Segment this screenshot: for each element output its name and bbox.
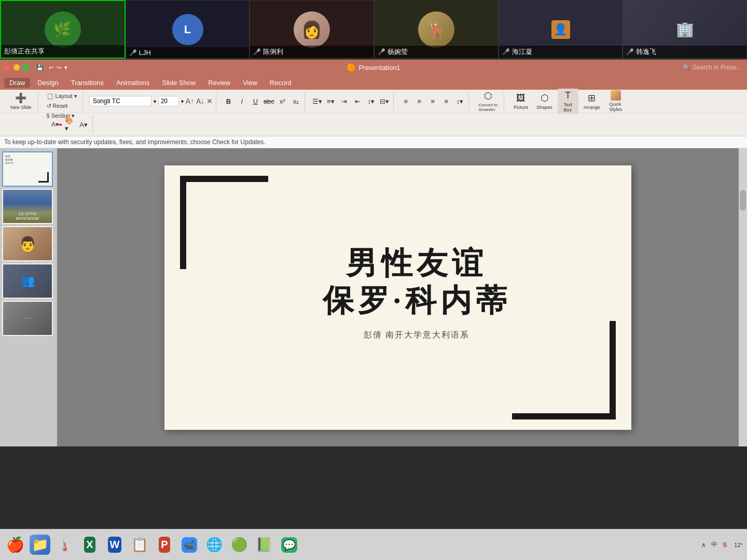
line-spacing-button[interactable]: ↕▾ [365,95,377,107]
new-slide-icon: ➕ [15,92,26,104]
subscript-button[interactable]: x₂ [290,95,301,107]
clear-format-icon[interactable]: ✕ [206,97,213,105]
menu-design[interactable]: Design [32,78,63,88]
bullet-list-button[interactable]: ☰▾ [311,95,323,107]
redo-icon[interactable]: ↪ [57,64,61,71]
scrollbar[interactable] [739,148,747,446]
minimize-dot[interactable] [13,64,20,71]
align-center-button[interactable]: ≡ [413,95,425,107]
tray-wps[interactable]: S [723,541,727,549]
shapes-icon: ⬡ [541,92,549,104]
mic-off-icon-3: 🎤 [253,48,261,55]
taskbar-icon-green2[interactable]: 📗 [253,534,275,556]
avatar-4: 🦌 [418,11,454,48]
doc-title: 🟠 Presentation1 [347,63,400,72]
title-bar: 💾 ↩ ↪ ▾ 🟠 Presentation1 🔍 Search in Pres… [0,60,747,75]
menu-slideshow[interactable]: Slide Show [157,78,201,88]
slide-title: 男性友谊 保罗·科内蒂 [323,245,511,319]
close-dot[interactable] [4,64,10,71]
justify-button[interactable]: ≡ [440,95,452,107]
video-tile-6[interactable]: 🏢 🎤 韩逸飞 [622,0,747,59]
align-right-button[interactable]: ≡ [427,95,438,107]
taskbar-icon-word[interactable]: W [104,534,126,556]
slide-thumb-1[interactable]: 友谊科内蒂南开大学 [2,151,53,187]
taskbar-icon-apple[interactable]: 🍎 [4,534,26,556]
menu-draw[interactable]: Draw [4,78,30,88]
textbox-button[interactable]: T TextBox [558,89,578,114]
taskbar-icon-excel[interactable]: X [79,534,101,556]
menu-transitions[interactable]: Transitions [66,78,109,88]
font-color-button[interactable]: A▾ [51,119,62,130]
font-size-input[interactable] [158,96,179,106]
font-grow-icon[interactable]: A↑ [186,97,194,105]
maximize-dot[interactable] [23,64,29,71]
taskbar-icon-finder[interactable]: 📁 [29,534,51,556]
video-tile-1[interactable]: 🌿 彭倩正在共享 [0,0,126,59]
layout-group: 📋 Layout ▾ ↺ Reset § Section ▾ [42,92,83,110]
quick-styles-button[interactable]: QuickStyles [605,89,626,114]
text-direction-button[interactable]: ↕▾ [454,95,465,107]
align-left-button[interactable]: ≡ [400,95,411,107]
strikethrough-button[interactable]: abc [263,95,274,107]
taskbar-icon-edge[interactable]: 🌐 [203,534,225,556]
highlight-color-button[interactable]: 🎨▾ [64,119,76,130]
taskbar-icon-zoom[interactable]: 📹 [178,534,200,556]
toolbar-area: 💾 ↩ ↪ ▾ 🟠 Presentation1 🔍 Search in Pres… [0,60,747,90]
text-fill-button[interactable]: A▾ [78,119,89,130]
search-area[interactable]: 🔍 Search in Prese... [683,64,742,71]
taskbar-icon-weather[interactable]: 🌡️ [54,534,76,556]
scroll-thumb[interactable] [740,190,746,211]
video-tile-2[interactable]: L 🎤 LJH [126,0,250,59]
taskbar-icon-wechat[interactable]: 💬 [278,534,300,556]
indent-button[interactable]: ⇥ [338,95,350,107]
slide-canvas-area: 男性友谊 保罗·科内蒂 彭倩 南开大学意大利语系 [57,148,739,446]
size-dropdown-icon[interactable]: ▾ [181,99,184,104]
columns-button[interactable]: ⊟▾ [379,95,390,107]
search-icon: 🔍 [683,64,690,71]
system-time: 12° [734,542,743,548]
slide-thumb-5[interactable]: ··· [2,301,53,336]
taskbar-icon-green1[interactable]: 🟢 [228,534,250,556]
underline-button[interactable]: U [250,95,261,107]
slide-canvas[interactable]: 男性友谊 保罗·科内蒂 彭倩 南开大学意大利语系 [164,165,631,430]
shapes-button[interactable]: ⬡ Shapes [533,91,556,111]
menu-view[interactable]: View [238,78,262,88]
arrange-icon: ⊞ [588,92,596,104]
slide-thumb-4[interactable]: 👥 [2,263,53,299]
tray-input-method[interactable]: 中 [711,540,717,549]
arrange-button[interactable]: ⊞ Arrange [580,91,603,111]
layout-button[interactable]: 📋 Layout ▾ [45,92,79,101]
font-name-input[interactable] [89,96,151,106]
video-tile-3[interactable]: 👩 🎤 陈俐利 [250,0,374,59]
slide-thumb-2-content: LE OTTOMONTAGNE [3,190,52,223]
slide-thumb-3[interactable]: 👨 [2,226,53,261]
numbered-list-button[interactable]: ≡▾ [325,95,336,107]
dropdown-icon[interactable]: ▾ [64,64,67,71]
undo-icon[interactable]: ↩ [49,64,53,71]
new-slide-button[interactable]: ➕ New Slide [7,91,35,111]
bold-button[interactable]: B [223,95,234,107]
save-icon[interactable]: 💾 [36,64,44,71]
taskbar-icon-files[interactable]: 📋 [129,534,150,556]
font-shrink-icon[interactable]: A↓ [196,97,204,105]
sys-tray: ∧ 中 S 12° [701,540,743,549]
menu-animations[interactable]: Animations [111,78,155,88]
font-dropdown-icon[interactable]: ▾ [154,99,156,104]
ribbon-row1: ➕ New Slide 📋 Layout ▾ ↺ Reset § Section… [0,90,747,113]
video-tile-5[interactable]: 👤 🎤 海江凝 [499,0,623,59]
menu-record[interactable]: Record [265,78,297,88]
tile5-name-bar: 🎤 海江凝 [499,46,622,58]
italic-button[interactable]: I [236,95,247,107]
slide-thumb-2[interactable]: LE OTTOMONTAGNE [2,189,53,224]
outdent-button[interactable]: ⇤ [352,95,363,107]
textbox-label: TextBox [564,102,573,113]
superscript-button[interactable]: x² [276,95,288,107]
tray-up-arrow[interactable]: ∧ [701,541,706,549]
menu-review[interactable]: Review [203,78,236,88]
picture-button[interactable]: 🖼 Picture [510,91,531,111]
taskbar-icon-powerpoint[interactable]: P [154,534,175,556]
convert-smartart-button[interactable]: ⬡ Convert toSmartArt [475,89,501,114]
video-tile-4[interactable]: 🦌 🎤 杨婉莹 [374,0,499,59]
main-content-row: 友谊科内蒂南开大学 LE OTTOMONTAGNE 👨 👥 ··· [0,148,747,446]
reset-button[interactable]: ↺ Reset [45,102,70,110]
